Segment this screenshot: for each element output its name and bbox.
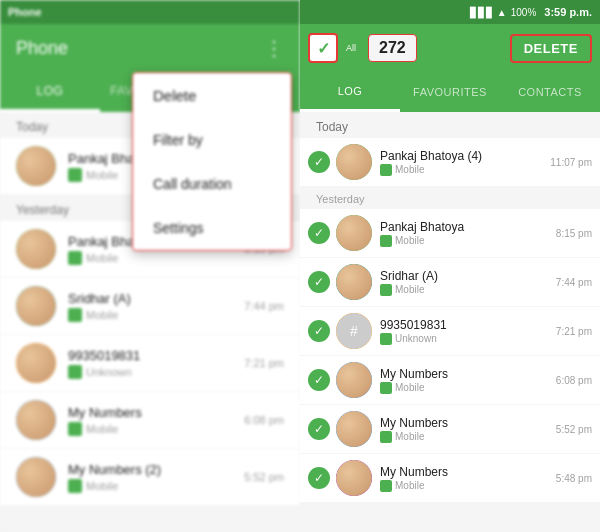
contact-info: 9935019831 Unknown [68, 348, 244, 379]
list-item[interactable]: ✓ My Numbers Mobile 6:08 pm [300, 356, 600, 404]
list-item[interactable]: 9935019831 Unknown 7:21 pm [0, 335, 300, 391]
signal-icon: ▊▊▊ [470, 7, 494, 18]
contact-info: My Numbers Mobile [68, 405, 244, 436]
right-panel: ▊▊▊ ▲ 100% 3:59 p.m. ✓ All 272 DELETE LO… [300, 0, 600, 532]
call-icon [380, 164, 392, 176]
app-bar-right: ✓ All 272 DELETE [300, 24, 600, 72]
avatar [336, 215, 372, 251]
contact-info: My Numbers Mobile [380, 416, 556, 443]
item-checkbox[interactable]: ✓ [308, 271, 330, 293]
tab-log-right[interactable]: LOG [300, 72, 400, 112]
list-item[interactable]: ✓ My Numbers Mobile 5:48 pm [300, 454, 600, 502]
check-icon: ✓ [314, 422, 324, 436]
call-sub: Mobile [86, 309, 118, 321]
contact-info: Pankaj Bhatoya Mobile [380, 220, 556, 247]
call-time: 5:52 pm [244, 471, 284, 483]
item-checkbox[interactable]: ✓ [308, 418, 330, 440]
call-type-icon [68, 308, 82, 322]
dropdown-menu: Delete Filter by Call duration Settings [132, 72, 292, 251]
check-icon: ✓ [314, 226, 324, 240]
call-sub: Mobile [395, 284, 424, 295]
call-sub: Mobile [395, 235, 424, 246]
list-item[interactable]: ✓ Pankaj Bhatoya Mobile 8:15 pm [300, 209, 600, 257]
dropdown-delete[interactable]: Delete [133, 73, 291, 118]
item-checkbox[interactable]: ✓ [308, 151, 330, 173]
delete-button[interactable]: DELETE [510, 34, 592, 63]
call-icon [380, 333, 392, 345]
call-sub: Unknown [86, 366, 132, 378]
contact-name: Sridhar (A) [68, 291, 244, 306]
avatar [16, 343, 56, 383]
list-item[interactable]: ✓ # 9935019831 Unknown 7:21 pm [300, 307, 600, 355]
call-sub: Mobile [395, 382, 424, 393]
call-icon [380, 284, 392, 296]
call-time: 7:44 pm [556, 277, 592, 288]
call-time: 6:08 pm [556, 375, 592, 386]
call-type-icon [68, 479, 82, 493]
call-sub: Unknown [395, 333, 437, 344]
contact-name: Pankaj Bhatoya [380, 220, 556, 234]
call-icon [380, 480, 392, 492]
dropdown-call-duration[interactable]: Call duration [133, 162, 291, 206]
contact-name: 9935019831 [380, 318, 556, 332]
list-item[interactable]: ✓ Pankaj Bhatoya (4) Mobile 11:07 pm [300, 138, 600, 186]
list-item[interactable]: ✓ Sridhar (A) Mobile 7:44 pm [300, 258, 600, 306]
check-icon: ✓ [314, 275, 324, 289]
section-yesterday-right: Yesterday [300, 187, 600, 209]
list-item[interactable]: My Numbers Mobile 6:08 pm [0, 392, 300, 448]
call-sub: Mobile [86, 252, 118, 264]
left-panel: Phone Phone ⋮ LOG FAVOURITES CONTACTS To… [0, 0, 300, 532]
tab-log-left[interactable]: LOG [0, 72, 100, 112]
call-time: 5:52 pm [556, 424, 592, 435]
check-icon: ✓ [314, 373, 324, 387]
status-bar-right: ▊▊▊ ▲ 100% 3:59 p.m. [300, 0, 600, 24]
tabs-right: LOG FAVOURITES CONTACTS [300, 72, 600, 112]
item-checkbox[interactable]: ✓ [308, 369, 330, 391]
list-item[interactable]: Sridhar (A) Mobile 7:44 pm [0, 278, 300, 334]
contact-info: Sridhar (A) Mobile [380, 269, 556, 296]
avatar [336, 460, 372, 496]
contact-name: 9935019831 [68, 348, 244, 363]
call-time: 7:44 pm [244, 300, 284, 312]
contact-name: My Numbers [380, 416, 556, 430]
contact-name: My Numbers [68, 405, 244, 420]
all-label: All [346, 43, 356, 53]
contact-info: My Numbers Mobile [380, 465, 556, 492]
select-all-checkbox[interactable]: ✓ [308, 33, 338, 63]
call-time: 11:07 pm [550, 157, 592, 168]
selected-count-badge: 272 [368, 34, 417, 62]
item-checkbox[interactable]: ✓ [308, 320, 330, 342]
call-sub: Mobile [395, 480, 424, 491]
call-time: 7:21 pm [244, 357, 284, 369]
contact-name: My Numbers (2) [68, 462, 244, 477]
avatar [336, 362, 372, 398]
contact-name: My Numbers [380, 465, 556, 479]
dropdown-settings[interactable]: Settings [133, 206, 291, 250]
check-icon: ✓ [314, 155, 324, 169]
section-today-right: Today [300, 112, 600, 138]
call-type-icon [68, 168, 82, 182]
list-item[interactable]: My Numbers (2) Mobile 5:52 pm [0, 449, 300, 505]
app-bar-left: Phone ⋮ [0, 24, 300, 72]
call-time: 7:21 pm [556, 326, 592, 337]
item-checkbox[interactable]: ✓ [308, 222, 330, 244]
call-count: Mobile [86, 169, 118, 181]
avatar [336, 264, 372, 300]
avatar [16, 400, 56, 440]
call-time: 6:08 pm [244, 414, 284, 426]
contact-name: Pankaj Bhatoya (4) [380, 149, 550, 163]
tab-favourites-right[interactable]: FAVOURITES [400, 72, 500, 112]
contact-info: Sridhar (A) Mobile [68, 291, 244, 322]
list-item[interactable]: ✓ My Numbers Mobile 5:52 pm [300, 405, 600, 453]
avatar [16, 229, 56, 269]
call-type-icon [68, 422, 82, 436]
contact-name: My Numbers [380, 367, 556, 381]
dropdown-filter[interactable]: Filter by [133, 118, 291, 162]
avatar [16, 146, 56, 186]
check-icon: ✓ [314, 324, 324, 338]
more-options-icon[interactable]: ⋮ [264, 36, 284, 60]
item-checkbox[interactable]: ✓ [308, 467, 330, 489]
checkmark-icon: ✓ [317, 39, 330, 58]
tab-contacts-right[interactable]: CONTACTS [500, 72, 600, 112]
avatar [16, 286, 56, 326]
